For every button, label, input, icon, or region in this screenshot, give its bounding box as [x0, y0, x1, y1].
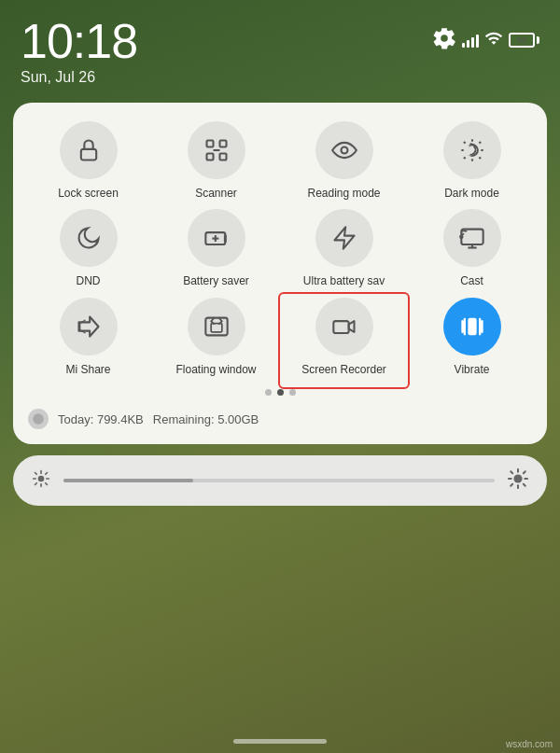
camera-video-icon: [331, 314, 357, 340]
gear-icon[interactable]: [432, 26, 456, 54]
svg-line-45: [511, 484, 512, 486]
pagination-dots: [28, 389, 532, 396]
floating-window-icon-wrap: [188, 298, 245, 356]
tile-screen-recorder[interactable]: Screen Recorder: [284, 298, 404, 376]
brightness-slider[interactable]: [63, 479, 495, 482]
brightness-bar[interactable]: [13, 455, 547, 506]
watermark: wsxdn.com: [506, 739, 553, 749]
wifi-icon: [484, 29, 503, 51]
dark-mode-label: Dark mode: [444, 187, 499, 200]
status-bar: 10:18 Sun, Jul 26 58: [0, 0, 560, 95]
svg-line-46: [524, 471, 525, 473]
vibrate-icon: [459, 314, 485, 340]
svg-point-29: [38, 476, 45, 482]
moon-icon: [76, 225, 102, 251]
screen-recorder-label: Screen Recorder: [301, 363, 386, 376]
quick-settings-panel: Lock screen Scanner: [13, 103, 547, 444]
battery-plus-icon: [203, 225, 230, 251]
scanner-icon: [203, 137, 230, 163]
svg-rect-2: [219, 141, 226, 147]
brightness-low-icon: [32, 469, 50, 492]
time-display: 10:18: [21, 17, 137, 65]
dark-mode-icon-wrap: [443, 121, 501, 179]
svg-line-11: [479, 157, 481, 159]
svg-line-36: [35, 483, 37, 485]
svg-rect-4: [219, 154, 226, 160]
monitor-icon: [459, 225, 485, 251]
svg-line-15: [479, 142, 481, 144]
dnd-label: DND: [77, 274, 101, 287]
storage-icon: [28, 409, 49, 429]
dnd-icon-wrap: [60, 209, 118, 267]
tile-mi-share[interactable]: Mi Share: [28, 298, 148, 376]
screen-recorder-icon-wrap: [315, 298, 373, 356]
lock-screen-label: Lock screen: [58, 187, 119, 200]
eye-icon: [331, 137, 357, 163]
svg-line-41: [511, 471, 512, 473]
tile-dnd[interactable]: DND: [28, 209, 148, 287]
svg-line-14: [463, 157, 465, 159]
tile-scanner[interactable]: Scanner: [156, 121, 276, 200]
cast-label: Cast: [460, 274, 483, 287]
tile-lock-screen[interactable]: Lock screen: [28, 121, 148, 200]
tile-vibrate[interactable]: Vibrate: [412, 298, 532, 376]
reading-mode-icon-wrap: [315, 121, 373, 179]
tile-dark-mode[interactable]: Dark mode: [412, 121, 532, 200]
mi-share-label: Mi Share: [65, 363, 110, 376]
tiles-grid: Lock screen Scanner: [28, 121, 532, 376]
svg-line-10: [463, 142, 465, 144]
svg-rect-1: [206, 141, 213, 147]
status-icons: 58: [432, 17, 539, 54]
svg-line-32: [35, 473, 37, 475]
brightness-slider-fill: [63, 479, 193, 482]
svg-line-33: [46, 483, 48, 485]
lock-screen-icon-wrap: [60, 121, 118, 179]
battery-saver-icon-wrap: [188, 209, 245, 267]
ultra-battery-icon-wrap: [315, 209, 373, 267]
tile-floating-window[interactable]: Floating window: [156, 298, 276, 376]
svg-line-42: [524, 484, 525, 486]
signal-icon: [462, 33, 479, 48]
tile-reading-mode[interactable]: Reading mode: [284, 121, 404, 200]
battery-indicator: 58: [509, 33, 539, 48]
dark-mode-icon: [459, 137, 485, 163]
tile-ultra-battery[interactable]: Ultra battery sav: [284, 209, 404, 287]
battery-saver-label: Battery saver: [183, 274, 249, 287]
home-indicator[interactable]: [233, 739, 327, 744]
mi-share-icon: [76, 314, 102, 340]
tile-battery-saver[interactable]: Battery saver: [156, 209, 276, 287]
scanner-label: Scanner: [195, 187, 237, 200]
svg-rect-25: [211, 323, 222, 331]
date-display: Sun, Jul 26: [21, 69, 137, 86]
svg-marker-23: [78, 316, 98, 336]
storage-today: Today: 799.4KB: [58, 412, 144, 426]
lightning-icon: [331, 225, 357, 251]
storage-remaining: Remaining: 5.00GB: [153, 412, 259, 426]
svg-point-28: [33, 413, 44, 425]
dot-1[interactable]: [265, 389, 272, 396]
svg-rect-26: [333, 321, 348, 333]
ultra-battery-label: Ultra battery sav: [303, 274, 385, 287]
brightness-high-icon: [508, 468, 528, 493]
dot-2[interactable]: [277, 389, 284, 396]
svg-rect-27: [468, 317, 476, 335]
storage-bar: Today: 799.4KB Remaining: 5.00GB: [28, 409, 532, 429]
svg-point-6: [341, 147, 347, 154]
reading-mode-label: Reading mode: [307, 187, 380, 200]
svg-rect-0: [80, 149, 95, 160]
circle-icon: [32, 412, 45, 425]
svg-point-38: [513, 475, 522, 483]
vibrate-label: Vibrate: [455, 363, 490, 376]
lock-icon: [76, 137, 102, 163]
mi-share-icon-wrap: [60, 298, 118, 356]
floating-window-icon: [203, 314, 230, 340]
svg-point-22: [460, 236, 462, 238]
svg-line-37: [46, 473, 48, 475]
tile-cast[interactable]: Cast: [412, 209, 532, 287]
svg-rect-3: [206, 154, 213, 160]
floating-window-label: Floating window: [175, 363, 256, 376]
scanner-icon-wrap: [188, 121, 245, 179]
vibrate-icon-wrap: [443, 298, 501, 356]
dot-3[interactable]: [289, 389, 296, 396]
cast-icon-wrap: [443, 209, 501, 267]
